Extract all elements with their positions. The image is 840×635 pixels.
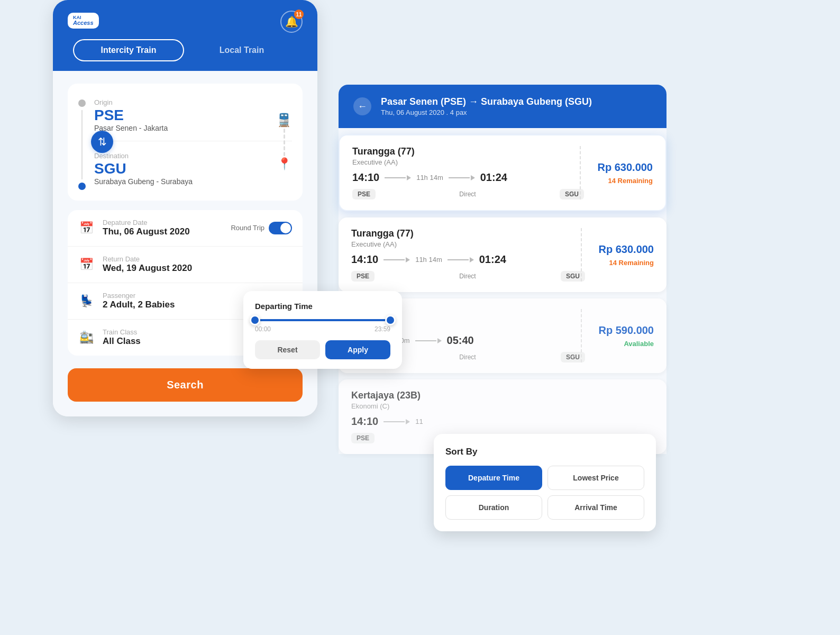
sort-popup: Sort By Depature Time Lowest Price Durat…: [434, 434, 656, 531]
reset-button[interactable]: Reset: [255, 340, 320, 359]
sort-lowest-price[interactable]: Lowest Price: [547, 466, 644, 490]
app-header: KAI Access 🔔 11 Intercity Train Local Tr…: [53, 0, 317, 71]
train-card[interactable]: Turangga (77) Executive (AA) 14:10 11h 1…: [339, 134, 666, 211]
toggle-knob: [280, 223, 291, 233]
return-calendar-icon: 📅: [78, 258, 94, 271]
depart-time-4: 14:10: [351, 415, 378, 428]
swap-button[interactable]: ⇅: [91, 131, 113, 153]
duration-2: 11h 14m: [415, 256, 442, 264]
departure-value: Thu, 06 August 2020: [103, 226, 190, 237]
dest-field[interactable]: Destination SGU Surabaya Gubeng - Suraba…: [94, 146, 292, 190]
train-class-4: Ekonomi (C): [351, 402, 654, 410]
slider-popup: Departing Time 00:00 23:59 Reset Apply: [243, 291, 402, 369]
slider-track-container[interactable]: 00:00 23:59: [255, 319, 390, 333]
origin-badge-1: PSE: [352, 189, 376, 199]
tab-row: Intercity Train Local Train: [68, 39, 303, 71]
class-field: Train Class All Class: [103, 328, 141, 347]
arrow-1b: [449, 175, 475, 180]
class-value: All Class: [103, 336, 141, 347]
passenger-icon: 💺: [78, 294, 94, 308]
logo-box: KAI Access: [68, 13, 99, 29]
price-2: Rp 630.000: [585, 243, 654, 256]
departure-label: Depature Date: [103, 219, 190, 227]
apply-button[interactable]: Apply: [325, 340, 390, 359]
slider-track: [255, 319, 390, 321]
route-title: Pasar Senen (PSE) → Surabaya Gubeng (SGU…: [381, 96, 592, 107]
card-divider-2: [581, 228, 582, 282]
sort-arrival-time[interactable]: Arrival Time: [547, 495, 644, 520]
train-class-2: Executive (AA): [351, 240, 585, 248]
status-2: 14 Remaining: [585, 259, 654, 267]
status-3: Avaliable: [585, 340, 654, 348]
tab-local[interactable]: Local Train: [186, 39, 297, 61]
dest-code: SGU: [94, 161, 292, 177]
route-dots: [78, 94, 86, 190]
origin-field[interactable]: Origin PSE Pasar Senen - Jakarta: [94, 94, 292, 137]
route-sub: Thu, 06 August 2020 . 4 pax: [381, 108, 592, 116]
train-list-panel: ← Pasar Senen (PSE) → Surabaya Gubeng (S…: [339, 85, 666, 454]
price-1: Rp 630.000: [584, 161, 653, 174]
class-label: Train Class: [103, 328, 141, 337]
origin-code: PSE: [94, 107, 292, 124]
slider-max-label: 23:59: [375, 325, 390, 333]
train-icon: 🚆: [276, 113, 292, 128]
return-row[interactable]: 📅 Return Date Wed, 19 August 2020: [68, 247, 303, 283]
round-trip-toggle[interactable]: Round Trip: [231, 222, 292, 234]
search-button[interactable]: Search: [68, 368, 303, 402]
train-class-icon: 🚉: [78, 331, 94, 344]
sort-duration[interactable]: Duration: [445, 495, 542, 520]
depart-time-1: 14:10: [352, 171, 379, 184]
train-name-2: Turangga (77): [351, 228, 585, 239]
back-button[interactable]: ←: [353, 97, 371, 115]
slider-thumb-left[interactable]: [250, 315, 260, 325]
passenger-value: 2 Adult, 2 Babies: [103, 300, 175, 310]
return-field: Return Date Wed, 19 August 2020: [103, 255, 192, 274]
logo-text: KAI Access: [73, 15, 94, 26]
return-value: Wed, 19 August 2020: [103, 263, 192, 274]
dot-line: [81, 110, 83, 179]
dest-dot: [78, 183, 86, 190]
departure-row[interactable]: 📅 Depature Date Thu, 06 August 2020 Roun…: [68, 210, 303, 247]
train-card-right-3: Rp 590.000 Avaliable: [585, 324, 654, 348]
train-card-left-2: Turangga (77) Executive (AA) 14:10 11h 1…: [351, 228, 585, 282]
card-divider-3: [581, 309, 582, 362]
notif-badge: 11: [294, 10, 304, 19]
dest-label: Destination: [94, 152, 292, 160]
dest-name: Surabaya Gubeng - Surabaya: [94, 177, 292, 186]
sort-departure-time[interactable]: Depature Time: [445, 466, 542, 490]
origin-name: Pasar Senen - Jakarta: [94, 124, 292, 132]
arrive-time-1: 01:24: [480, 171, 507, 184]
train-card-right-1: Rp 630.000 14 Remaining: [584, 161, 653, 185]
tab-intercity[interactable]: Intercity Train: [73, 39, 184, 61]
card-divider-1: [580, 146, 581, 199]
train-card-right-2: Rp 630.000 14 Remaining: [585, 243, 654, 267]
train-class-1: Executive (AA): [352, 158, 584, 166]
sort-grid: Depature Time Lowest Price Duration Arri…: [445, 466, 644, 520]
arrive-time-2: 01:24: [479, 253, 506, 266]
passenger-field: Passenger 2 Adult, 2 Babies: [103, 292, 175, 311]
map-pin-icon: 📍: [277, 157, 291, 171]
slider-min-label: 00:00: [255, 325, 271, 333]
direct-1: Direct: [381, 190, 554, 198]
train-times-4: 14:10 11: [351, 415, 654, 428]
arrow-1: [385, 175, 411, 180]
list-header: ← Pasar Senen (PSE) → Surabaya Gubeng (S…: [339, 85, 666, 128]
stations-1: PSE Direct SGU: [352, 189, 584, 199]
price-3: Rp 590.000: [585, 324, 654, 337]
sort-title: Sort By: [445, 447, 644, 457]
slider-thumb-right[interactable]: [385, 315, 396, 325]
notif-icon-wrapper[interactable]: 🔔 11: [280, 11, 303, 33]
toggle-switch[interactable]: [269, 222, 292, 234]
train-track-icon: 🚆 📍: [276, 113, 292, 171]
stations-2: PSE Direct SGU: [351, 271, 585, 282]
logo-area: KAI Access: [68, 13, 303, 29]
depart-time-2: 14:10: [351, 253, 378, 266]
route-section: Origin PSE Pasar Senen - Jakarta Destina…: [68, 84, 303, 201]
train-card-2[interactable]: Turangga (77) Executive (AA) 14:10 11h 1…: [339, 217, 666, 292]
train-name-4: Kertajaya (23B): [351, 390, 654, 401]
duration-col-1: 11h 14m: [416, 174, 443, 182]
origin-dot: [78, 99, 86, 107]
passenger-label: Passenger: [103, 292, 175, 300]
route-fields: Origin PSE Pasar Senen - Jakarta Destina…: [94, 94, 292, 190]
train-times-1: 14:10 11h 14m 01:24: [352, 171, 584, 184]
